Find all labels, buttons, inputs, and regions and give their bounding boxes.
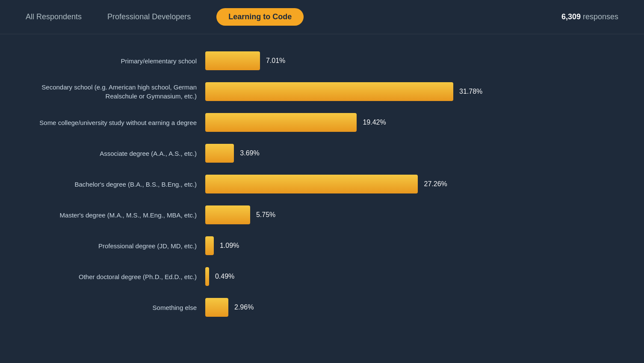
bar-pct-label: 5.75%: [256, 211, 275, 219]
chart-row: Primary/elementary school7.01%: [26, 51, 618, 70]
chart-row: Something else2.96%: [26, 298, 618, 317]
responses-count: 6,309 responses: [561, 12, 618, 21]
tab-learning-to-code[interactable]: Learning to Code: [216, 8, 304, 26]
chart-label: Something else: [26, 303, 205, 312]
chart-row: Other doctoral degree (Ph.D., Ed.D., etc…: [26, 267, 618, 286]
bar-pct-label: 31.78%: [459, 88, 482, 95]
bar-container: 7.01%: [205, 51, 285, 70]
chart-label: Secondary school (e.g. American high sch…: [26, 83, 205, 101]
chart-label: Master's degree (M.A., M.S., M.Eng., MBA…: [26, 211, 205, 220]
bar-pct-label: 27.26%: [424, 180, 447, 188]
bar-pct-label: 3.69%: [240, 149, 259, 157]
header: All Respondents Professional Developers …: [0, 0, 644, 34]
bar-container: 19.42%: [205, 113, 386, 132]
chart-label: Associate degree (A.A., A.S., etc.): [26, 149, 205, 158]
bar-container: 3.69%: [205, 144, 260, 163]
bar-pct-label: 1.09%: [220, 242, 239, 250]
chart-label: Primary/elementary school: [26, 57, 205, 65]
bar: [205, 51, 260, 70]
bar-pct-label: 7.01%: [266, 57, 285, 65]
chart-label: Bachelor's degree (B.A., B.S., B.Eng., e…: [26, 180, 205, 189]
chart-label: Professional degree (JD, MD, etc.): [26, 241, 205, 250]
chart-label: Other doctoral degree (Ph.D., Ed.D., etc…: [26, 272, 205, 281]
bar-container: 31.78%: [205, 82, 482, 101]
bar-container: 0.49%: [205, 267, 234, 286]
chart-area: Primary/elementary school7.01%Secondary …: [0, 34, 644, 354]
bar: [205, 82, 453, 101]
chart-row: Secondary school (e.g. American high sch…: [26, 82, 618, 101]
bar: [205, 267, 209, 286]
chart-label: Some college/university study without ea…: [26, 118, 205, 127]
tab-professional-developers[interactable]: Professional Developers: [107, 10, 191, 24]
bar: [205, 113, 357, 132]
bar-container: 5.75%: [205, 205, 275, 224]
bar: [205, 236, 214, 255]
tab-all-respondents[interactable]: All Respondents: [26, 10, 82, 24]
chart-row: Master's degree (M.A., M.S., M.Eng., MBA…: [26, 205, 618, 224]
bar-pct-label: 19.42%: [363, 119, 386, 126]
bar: [205, 144, 234, 163]
bar-container: 27.26%: [205, 175, 447, 193]
bar: [205, 175, 418, 193]
chart-row: Associate degree (A.A., A.S., etc.)3.69%: [26, 144, 618, 163]
bar: [205, 298, 228, 317]
nav-tabs: All Respondents Professional Developers …: [26, 8, 618, 26]
chart-row: Some college/university study without ea…: [26, 113, 618, 132]
response-number: 6,309: [561, 12, 581, 21]
bar-pct-label: 0.49%: [215, 273, 234, 280]
chart-row: Bachelor's degree (B.A., B.S., B.Eng., e…: [26, 175, 618, 193]
chart-row: Professional degree (JD, MD, etc.)1.09%: [26, 236, 618, 255]
bar-container: 1.09%: [205, 236, 239, 255]
bar: [205, 205, 250, 224]
response-label: responses: [583, 12, 618, 21]
bar-pct-label: 2.96%: [234, 303, 254, 311]
bar-container: 2.96%: [205, 298, 254, 317]
